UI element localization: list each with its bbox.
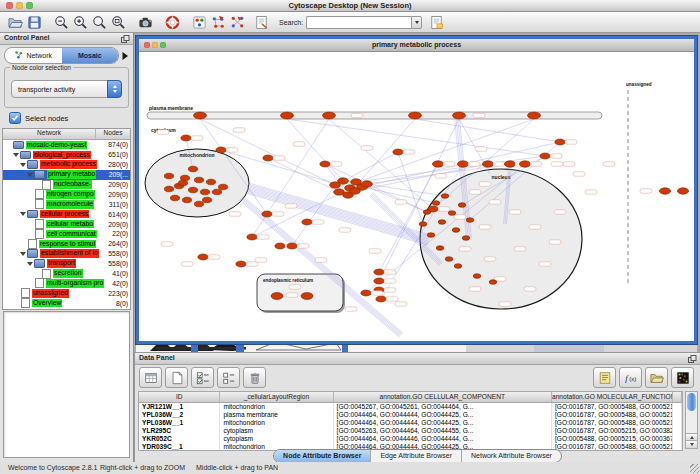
- search-dropdown-button[interactable]: [411, 16, 422, 29]
- network-node[interactable]: [519, 161, 530, 167]
- expand-triangle-icon[interactable]: [20, 212, 26, 216]
- formula-builder-icon[interactable]: f(x): [619, 367, 642, 388]
- node-color-dropdown[interactable]: transporter activity: [11, 80, 122, 98]
- tree-row[interactable]: Overview8(0): [3, 298, 130, 308]
- network-node[interactable]: [489, 280, 497, 285]
- tree-row[interactable]: establishment of lo558(0): [3, 249, 130, 259]
- table-row[interactable]: YPL036W__2plasma membrane[GO:0044464, GO…: [139, 411, 682, 419]
- column-header[interactable]: [673, 392, 682, 402]
- birds-eye-view[interactable]: [3, 311, 130, 458]
- network-node[interactable]: [427, 233, 435, 238]
- tree-column-network[interactable]: Network: [3, 129, 96, 139]
- table-row[interactable]: YJR121W__1mitochondrion[GO:0045267, GO:0…: [139, 403, 682, 411]
- apply-layout-icon[interactable]: [209, 13, 228, 31]
- tree-row[interactable]: biological_process651(0): [3, 150, 130, 160]
- expand-triangle-icon[interactable]: [20, 163, 26, 167]
- network-node[interactable]: [212, 189, 221, 195]
- annotation-icon[interactable]: [427, 13, 446, 31]
- save-session-icon[interactable]: [25, 13, 44, 31]
- tree-row[interactable]: mosaic-demo-yeast874(0): [3, 140, 130, 150]
- network-node[interactable]: [361, 290, 371, 296]
- network-node[interactable]: [216, 147, 226, 153]
- tab-overflow-arrow-icon[interactable]: [121, 50, 130, 61]
- network-node[interactable]: [528, 112, 541, 119]
- network-node[interactable]: [374, 269, 384, 275]
- vizmapper-icon[interactable]: [190, 13, 209, 31]
- tree-row[interactable]: primary metabo209(...: [3, 170, 130, 180]
- expand-triangle-icon[interactable]: [13, 153, 19, 157]
- select-attributes-icon[interactable]: [191, 367, 214, 388]
- apply-layout-alt-icon[interactable]: [228, 13, 247, 31]
- network-node[interactable]: [194, 177, 203, 183]
- tree-column-nodes[interactable]: Nodes: [96, 129, 130, 139]
- network-node[interactable]: [198, 254, 208, 260]
- network-node[interactable]: [419, 222, 427, 227]
- network-node[interactable]: [206, 179, 215, 185]
- network-node[interactable]: [281, 112, 294, 119]
- network-node[interactable]: [445, 257, 453, 262]
- zoom-in-icon[interactable]: [71, 13, 90, 31]
- tree-row[interactable]: cell communicat22(0): [3, 229, 130, 239]
- tree-row[interactable]: response to stimul264(0): [3, 239, 130, 249]
- tab-mosaic[interactable]: Mosaic: [62, 48, 119, 63]
- network-node[interactable]: [432, 201, 440, 206]
- network-node[interactable]: [302, 219, 312, 225]
- table-row[interactable]: YKR052Ccytoplasm[GO:0044464, GO:0044446,…: [139, 435, 682, 443]
- network-node[interactable]: [462, 236, 470, 241]
- create-attribute-icon[interactable]: [165, 367, 188, 388]
- open-session-icon[interactable]: [6, 13, 25, 31]
- network-canvas[interactable]: plasma membranecytoplasmmitochondrionnuc…: [139, 52, 694, 341]
- search-config-icon[interactable]: [252, 13, 271, 31]
- select-nodes-checkbox[interactable]: [9, 112, 21, 124]
- network-node[interactable]: [338, 178, 349, 184]
- network-node[interactable]: [441, 194, 449, 199]
- column-header[interactable]: annotation.GO MOLECULAR_FUNCTION: [552, 392, 673, 402]
- network-node[interactable]: [374, 278, 384, 284]
- network-node[interactable]: [275, 243, 285, 249]
- attribute-table-icon[interactable]: [139, 367, 162, 388]
- network-node[interactable]: [454, 264, 462, 269]
- network-node[interactable]: [236, 261, 246, 267]
- network-node[interactable]: [393, 149, 403, 155]
- network-node[interactable]: [438, 220, 446, 225]
- tree-row[interactable]: secretion41(0): [3, 269, 130, 279]
- network-node[interactable]: [504, 161, 515, 167]
- network-node[interactable]: [432, 161, 443, 167]
- network-node[interactable]: [473, 274, 481, 279]
- help-lifebuoy-icon[interactable]: [163, 13, 182, 31]
- network-node[interactable]: [423, 210, 431, 215]
- network-node[interactable]: [540, 153, 550, 159]
- tab-edge-attribute-browser[interactable]: Edge Attribute Browser: [371, 450, 462, 462]
- column-header[interactable]: annotation.GO CELLULAR_COMPONENT: [334, 392, 552, 402]
- network-node[interactable]: [247, 234, 257, 240]
- tree-row[interactable]: macromolecule311(0): [3, 199, 130, 209]
- network-node[interactable]: [178, 180, 187, 186]
- float-panel-icon[interactable]: [121, 35, 130, 43]
- network-node[interactable]: [164, 186, 173, 192]
- column-header[interactable]: _cellularLayoutRegion: [220, 392, 333, 402]
- zoom-selected-icon[interactable]: [90, 13, 109, 31]
- network-node[interactable]: [188, 187, 197, 193]
- network-node[interactable]: [263, 155, 273, 161]
- tree-row[interactable]: cellular process614(0): [3, 209, 130, 219]
- network-node[interactable]: [350, 188, 361, 194]
- network-node[interactable]: [271, 293, 283, 300]
- network-node[interactable]: [202, 197, 211, 203]
- scroll-down-icon[interactable]: [686, 440, 697, 448]
- expand-triangle-icon[interactable]: [27, 173, 33, 177]
- network-node[interactable]: [448, 211, 456, 216]
- network-node[interactable]: [320, 161, 330, 167]
- network-node[interactable]: [409, 112, 422, 119]
- network-node[interactable]: [659, 188, 670, 194]
- network-node[interactable]: [677, 188, 688, 194]
- network-node[interactable]: [452, 228, 460, 233]
- network-node[interactable]: [218, 184, 227, 190]
- matrix-view-icon[interactable]: [671, 367, 694, 388]
- tree-row[interactable]: transport558(0): [3, 259, 130, 269]
- snapshot-camera-icon[interactable]: [136, 13, 155, 31]
- tree-row[interactable]: nucleobase-209(0): [3, 180, 130, 190]
- network-node[interactable]: [164, 173, 173, 179]
- tab-network-attribute-browser[interactable]: Network Attribute Browser: [462, 450, 561, 462]
- tab-node-attribute-browser[interactable]: Node Attribute Browser: [274, 450, 371, 462]
- network-node[interactable]: [194, 112, 207, 119]
